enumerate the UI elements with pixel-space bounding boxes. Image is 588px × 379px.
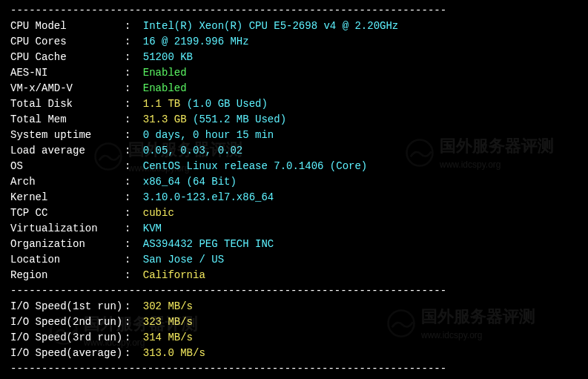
colon: : — [125, 237, 137, 252]
colon: : — [125, 330, 137, 346]
row-value: CentOS Linux release 7.0.1406 (Core) — [143, 159, 367, 174]
row-label: Total Mem — [10, 112, 125, 128]
row-label: TCP CC — [10, 205, 125, 221]
info-row: Total Mem: 31.3 GB (551.2 MB Used) — [10, 112, 578, 128]
info-row: CPU Cache: 51200 KB — [10, 50, 578, 65]
colon: : — [125, 143, 137, 159]
row-label: VM-x/AMD-V — [10, 81, 125, 96]
row-label: Arch — [10, 174, 125, 190]
info-row: I/O Speed(average): 313.0 MB/s — [10, 346, 578, 361]
info-row: Total Disk: 1.1 TB (1.0 GB Used) — [10, 96, 578, 112]
row-label: Organization — [10, 237, 125, 252]
row-value: 31.3 GB — [143, 112, 187, 128]
row-value: cubic — [143, 205, 174, 221]
row-value: Intel(R) Xeon(R) CPU E5-2698 v4 @ 2.20GH… — [143, 19, 398, 34]
row-value: Enabled — [143, 65, 187, 81]
row-label: Region — [10, 268, 125, 283]
info-row: Kernel: 3.10.0-123.el7.x86_64 — [10, 190, 578, 205]
row-value: California — [143, 268, 205, 283]
info-row: I/O Speed(2nd run): 323 MB/s — [10, 314, 578, 330]
row-label: Virtualization — [10, 221, 125, 237]
row-value: 314 MB/s — [143, 330, 193, 346]
row-value: 313.0 MB/s — [143, 346, 205, 361]
row-value: 3.10.0-123.el7.x86_64 — [143, 190, 274, 205]
row-label: System uptime — [10, 128, 125, 143]
row-value: AS394432 PEG TECH INC — [143, 237, 274, 252]
row-value: Enabled — [143, 81, 187, 96]
info-row: OS: CentOS Linux release 7.0.1406 (Core) — [10, 159, 578, 174]
colon: : — [125, 19, 137, 34]
row-label: Location — [10, 252, 125, 268]
row-value: San Jose / US — [143, 252, 224, 268]
colon: : — [125, 190, 137, 205]
row-label: I/O Speed(3rd run) — [10, 330, 125, 346]
colon: : — [125, 112, 137, 128]
row-extra: (551.2 MB Used) — [187, 112, 286, 128]
colon: : — [125, 50, 137, 65]
colon: : — [125, 128, 137, 143]
row-label: CPU Cores — [10, 34, 125, 50]
colon: : — [125, 174, 137, 190]
row-extra: (1.0 GB Used) — [180, 96, 268, 112]
info-row: I/O Speed(1st run): 302 MB/s — [10, 299, 578, 314]
row-label: CPU Cache — [10, 50, 125, 65]
colon: : — [125, 96, 137, 112]
colon: : — [125, 299, 137, 314]
colon: : — [125, 268, 137, 283]
colon: : — [125, 34, 137, 50]
divider-bottom: ----------------------------------------… — [10, 361, 578, 377]
row-label: Kernel — [10, 190, 125, 205]
row-label: Total Disk — [10, 96, 125, 112]
divider-top: ----------------------------------------… — [10, 3, 578, 19]
row-label: I/O Speed(1st run) — [10, 299, 125, 314]
row-value: 0 days, 0 hour 15 min — [143, 128, 274, 143]
info-row: I/O Speed(3rd run): 314 MB/s — [10, 330, 578, 346]
colon: : — [125, 81, 137, 96]
row-value: 51200 KB — [143, 50, 193, 65]
colon: : — [125, 252, 137, 268]
info-row: CPU Model: Intel(R) Xeon(R) CPU E5-2698 … — [10, 19, 578, 34]
row-value: 323 MB/s — [143, 314, 193, 330]
colon: : — [125, 314, 137, 330]
info-row: CPU Cores: 16 @ 2199.996 MHz — [10, 34, 578, 50]
info-row: System uptime: 0 days, 0 hour 15 min — [10, 128, 578, 143]
info-row: Load average: 0.05, 0.03, 0.02 — [10, 143, 578, 159]
row-value: 0.05, 0.03, 0.02 — [143, 143, 242, 159]
info-row: AES-NI: Enabled — [10, 65, 578, 81]
system-info-block: CPU Model: Intel(R) Xeon(R) CPU E5-2698 … — [10, 19, 578, 283]
row-label: I/O Speed(2nd run) — [10, 314, 125, 330]
row-value: 16 @ 2199.996 MHz — [143, 34, 249, 50]
colon: : — [125, 159, 137, 174]
row-value: KVM — [143, 221, 162, 237]
row-label: OS — [10, 159, 125, 174]
row-label: I/O Speed(average) — [10, 346, 125, 361]
colon: : — [125, 221, 137, 237]
info-row: Virtualization: KVM — [10, 221, 578, 237]
divider-mid: ----------------------------------------… — [10, 283, 578, 299]
info-row: TCP CC: cubic — [10, 205, 578, 221]
row-label: AES-NI — [10, 65, 125, 81]
info-row: Arch: x86_64 (64 Bit) — [10, 174, 578, 190]
row-value: 1.1 TB — [143, 96, 180, 112]
row-value: x86_64 (64 Bit) — [143, 174, 237, 190]
colon: : — [125, 65, 137, 81]
io-speed-block: I/O Speed(1st run): 302 MB/sI/O Speed(2n… — [10, 299, 578, 361]
row-label: Load average — [10, 143, 125, 159]
colon: : — [125, 205, 137, 221]
info-row: Region: California — [10, 268, 578, 283]
row-value: 302 MB/s — [143, 299, 193, 314]
info-row: Organization: AS394432 PEG TECH INC — [10, 237, 578, 252]
colon: : — [125, 346, 137, 361]
row-label: CPU Model — [10, 19, 125, 34]
info-row: VM-x/AMD-V: Enabled — [10, 81, 578, 96]
info-row: Location: San Jose / US — [10, 252, 578, 268]
